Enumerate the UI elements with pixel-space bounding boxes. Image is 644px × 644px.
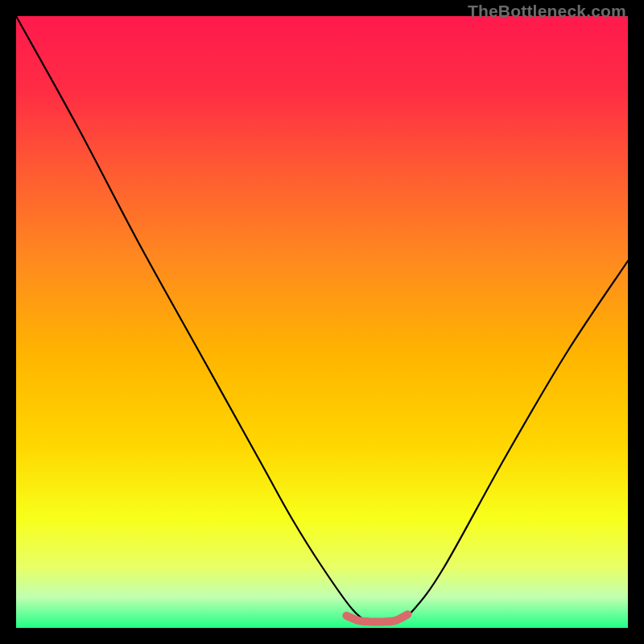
watermark-text: TheBottleneck.com <box>468 2 626 21</box>
bottleneck-curve <box>16 16 628 623</box>
plot-area <box>16 16 628 628</box>
chart-frame: TheBottleneck.com <box>0 0 644 644</box>
optimal-zone-marker <box>346 614 407 621</box>
chart-svg <box>16 16 628 628</box>
